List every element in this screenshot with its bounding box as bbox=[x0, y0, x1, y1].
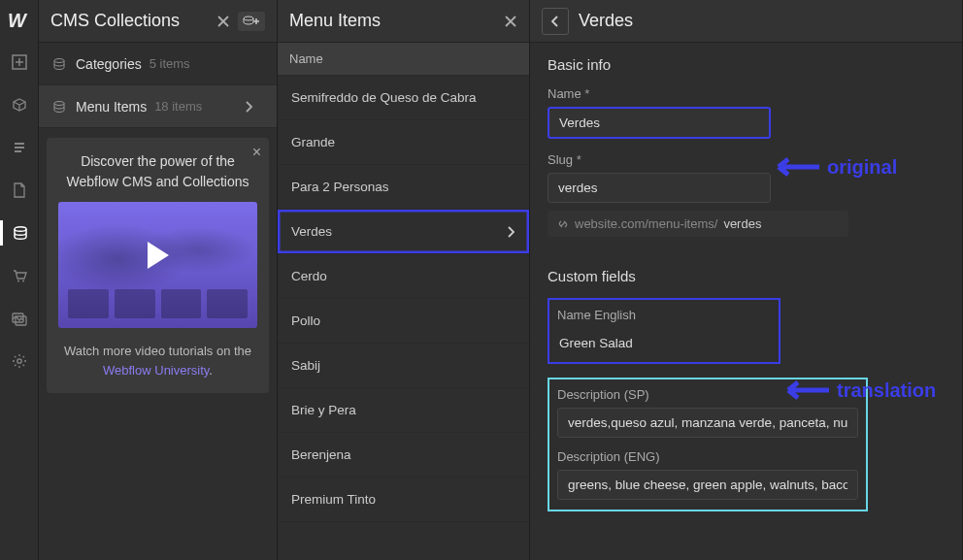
chevron-right-icon bbox=[244, 101, 253, 113]
chevron-right-icon bbox=[506, 226, 515, 238]
detail-title: Verdes bbox=[579, 11, 633, 31]
database-icon bbox=[52, 57, 66, 71]
description-eng-field[interactable] bbox=[557, 470, 858, 500]
cms-icon[interactable] bbox=[0, 220, 39, 246]
items-panel: Menu Items Name Semifreddo de Queso de C… bbox=[278, 0, 530, 560]
collections-title: CMS Collections bbox=[50, 11, 209, 31]
basic-info-title: Basic info bbox=[548, 56, 945, 73]
arrow-left-icon bbox=[782, 379, 829, 402]
item-row[interactable]: Verdes bbox=[278, 210, 529, 254]
collection-count: 5 items bbox=[149, 56, 190, 71]
page-icon[interactable] bbox=[0, 178, 39, 203]
item-name: Grande bbox=[291, 135, 335, 149]
name-english-field[interactable] bbox=[557, 332, 771, 354]
svg-point-9 bbox=[54, 101, 64, 105]
link-icon bbox=[557, 218, 569, 230]
item-row[interactable]: Premium Tinto bbox=[278, 478, 529, 522]
item-row[interactable]: Semifreddo de Queso de Cabra bbox=[278, 76, 529, 120]
item-row[interactable]: Brie y Pera bbox=[278, 388, 529, 433]
collection-count: 18 items bbox=[154, 99, 202, 114]
item-row[interactable]: Pollo bbox=[278, 299, 529, 344]
collection-name: Menu Items bbox=[76, 99, 147, 115]
collection-row[interactable]: Menu Items 18 items bbox=[39, 85, 277, 128]
pages-icon[interactable] bbox=[0, 135, 39, 160]
items-header: Menu Items bbox=[278, 0, 529, 43]
description-sp-field[interactable] bbox=[557, 408, 858, 438]
item-row[interactable]: Sabij bbox=[278, 344, 529, 388]
svg-point-6 bbox=[17, 359, 20, 363]
custom-fields-title: Custom fields bbox=[548, 268, 945, 284]
svg-point-7 bbox=[244, 16, 253, 20]
svg-point-3 bbox=[22, 280, 24, 282]
item-row[interactable]: Cerdo bbox=[278, 254, 529, 299]
close-icon[interactable] bbox=[216, 15, 230, 28]
promo-card: × Discover the power of the Webflow CMS … bbox=[47, 138, 269, 393]
add-collection-icon[interactable] bbox=[238, 12, 265, 31]
item-name: Verdes bbox=[291, 224, 332, 239]
item-name: Sabij bbox=[291, 358, 320, 373]
collection-name: Categories bbox=[76, 56, 142, 72]
assets-icon[interactable] bbox=[0, 306, 39, 331]
items-column-header[interactable]: Name bbox=[278, 43, 529, 76]
back-button[interactable] bbox=[542, 8, 569, 35]
collections-header: CMS Collections bbox=[39, 0, 277, 43]
item-name: Brie y Pera bbox=[291, 403, 356, 417]
items-title: Menu Items bbox=[289, 11, 496, 31]
cube-icon[interactable] bbox=[0, 92, 39, 117]
close-icon[interactable] bbox=[504, 15, 517, 28]
svg-point-2 bbox=[17, 280, 19, 282]
basic-info-section: Basic info Name Slug website.com/menu-it… bbox=[530, 43, 962, 254]
webflow-university-link[interactable]: Webflow University bbox=[103, 363, 209, 378]
promo-heading: Discover the power of the Webflow CMS an… bbox=[58, 151, 257, 192]
play-icon bbox=[148, 242, 169, 269]
add-icon[interactable] bbox=[0, 49, 39, 75]
annotation-translation: translation bbox=[782, 379, 936, 402]
item-name: Pollo bbox=[291, 313, 320, 328]
item-name: Semifreddo de Queso de Cabra bbox=[291, 90, 477, 105]
slug-url-preview: website.com/menu-items/verdes bbox=[548, 211, 848, 237]
item-name: Para 2 Personas bbox=[291, 180, 389, 194]
database-icon bbox=[52, 100, 66, 114]
promo-footer: Watch more video tutorials on the Webflo… bbox=[58, 342, 257, 379]
svg-point-1 bbox=[15, 227, 26, 232]
svg-point-8 bbox=[54, 58, 64, 62]
webflow-logo: W bbox=[8, 10, 26, 32]
name-field[interactable] bbox=[548, 107, 771, 139]
promo-video[interactable] bbox=[58, 202, 257, 328]
settings-icon[interactable] bbox=[0, 348, 39, 374]
item-name: Premium Tinto bbox=[291, 492, 376, 507]
slug-field[interactable] bbox=[548, 173, 771, 203]
item-row[interactable]: Berenjena bbox=[278, 433, 529, 478]
detail-panel: Verdes Basic info Name Slug website.com/… bbox=[530, 0, 963, 560]
detail-header: Verdes bbox=[530, 0, 962, 43]
item-row[interactable]: Grande bbox=[278, 120, 529, 165]
item-name: Cerdo bbox=[291, 269, 327, 283]
name-english-label: Name English bbox=[557, 308, 771, 322]
arrow-left-icon bbox=[773, 155, 819, 179]
ecommerce-icon[interactable] bbox=[0, 263, 39, 288]
description-eng-label: Description (ENG) bbox=[557, 449, 858, 464]
collections-panel: CMS Collections Categories 5 items Menu … bbox=[39, 0, 278, 560]
annotation-original: original bbox=[773, 155, 897, 179]
collection-row[interactable]: Categories 5 items bbox=[39, 43, 277, 85]
close-icon[interactable]: × bbox=[252, 144, 261, 161]
item-name: Berenjena bbox=[291, 447, 351, 462]
left-icon-rail: W bbox=[0, 0, 39, 560]
name-label: Name bbox=[548, 86, 945, 101]
item-row[interactable]: Para 2 Personas bbox=[278, 165, 529, 210]
